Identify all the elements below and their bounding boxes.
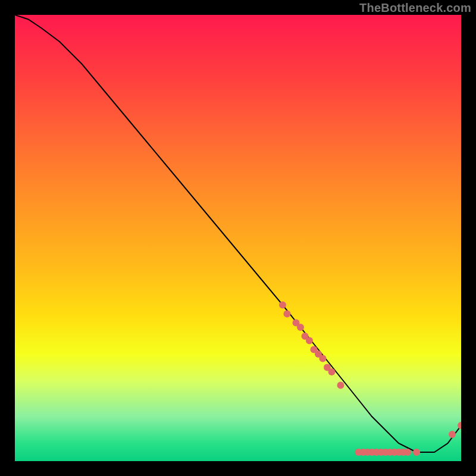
- watermark: TheBottleneck.com: [359, 1, 471, 15]
- data-marker: [328, 368, 336, 375]
- data-marker: [337, 382, 345, 389]
- data-marker: [320, 355, 327, 362]
- curve-line: [15, 15, 461, 452]
- data-marker: [284, 311, 291, 318]
- markers-group: [279, 302, 461, 456]
- data-marker: [279, 302, 286, 309]
- data-marker: [306, 337, 313, 345]
- data-marker: [297, 324, 304, 331]
- chart-svg: [15, 15, 461, 461]
- data-marker: [404, 449, 411, 456]
- data-marker: [449, 431, 456, 438]
- plot-area: [15, 15, 461, 461]
- chart-container: TheBottleneck.com: [0, 0, 476, 476]
- data-marker: [458, 422, 461, 429]
- data-marker: [413, 449, 420, 456]
